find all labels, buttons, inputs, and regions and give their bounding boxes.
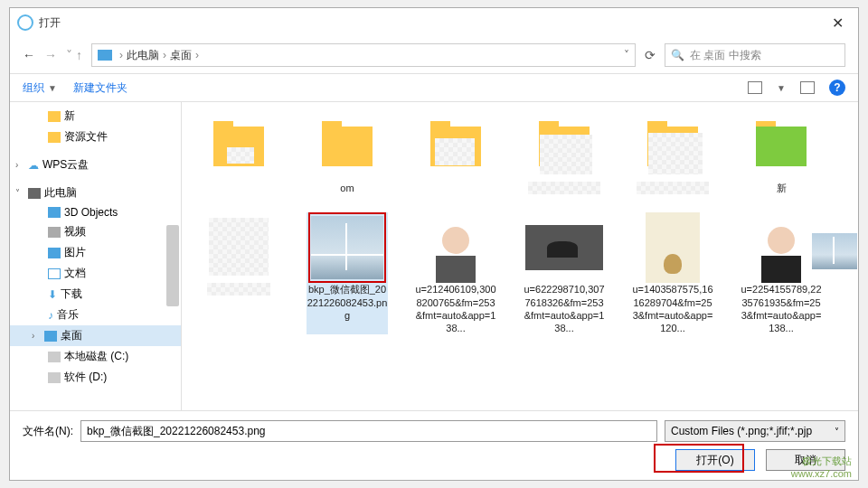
file-item-selected[interactable]: bkp_微信截图_20221226082453.png bbox=[307, 212, 388, 334]
sidebar-item-resources[interactable]: ›资源文件 bbox=[10, 127, 181, 147]
breadcrumb-root[interactable]: 此电脑 bbox=[127, 48, 159, 63]
sidebar-item-pictures[interactable]: ›图片 bbox=[10, 242, 181, 263]
sidebar-item-new[interactable]: ›新 bbox=[10, 106, 181, 127]
image-thumbnail bbox=[525, 225, 603, 270]
back-icon[interactable]: ← bbox=[23, 48, 35, 62]
refresh-icon[interactable]: ⟳ bbox=[645, 48, 656, 62]
dialog-body: ›新 ›资源文件 ›☁WPS云盘 ˅此电脑 ›3D Objects ›视频 ›图… bbox=[10, 102, 858, 410]
video-icon bbox=[48, 227, 61, 238]
floating-preview bbox=[812, 233, 857, 269]
file-item[interactable]: u=2254155789,2235761935&fm=253&fmt=auto&… bbox=[741, 212, 822, 334]
search-placeholder: 在 桌面 中搜索 bbox=[690, 48, 761, 63]
sidebar-item-desktop[interactable]: ›桌面 bbox=[10, 325, 181, 346]
help-icon[interactable]: ? bbox=[829, 80, 845, 96]
toolbar: 组织 ▼ 新建文件夹 ▼ ? bbox=[10, 73, 858, 102]
organize-button[interactable]: 组织 bbox=[23, 80, 44, 96]
chevron-down-icon[interactable]: ▼ bbox=[48, 83, 57, 93]
nav-bar: ← → ˅ ↑ › 此电脑 › 桌面 › ˅ ⟳ 🔍 在 桌面 中搜索 bbox=[10, 37, 858, 73]
breadcrumb-folder[interactable]: 桌面 bbox=[170, 48, 192, 63]
image-thumbnail bbox=[752, 212, 810, 283]
folder-item[interactable] bbox=[524, 111, 605, 194]
music-icon: ♪ bbox=[48, 309, 53, 322]
up-icon[interactable]: ˅ ↑ bbox=[66, 48, 82, 62]
file-item[interactable]: u=212406109,3008200765&fm=253&fmt=auto&a… bbox=[415, 212, 496, 334]
scrollbar[interactable] bbox=[166, 225, 179, 306]
chevron-down-icon: ˅ bbox=[835, 427, 839, 436]
file-pane: om 新 bkp_微信截图_20221226082453.png u=21240… bbox=[182, 102, 858, 410]
filename-label: 文件名(N): bbox=[23, 424, 73, 439]
folder-icon bbox=[48, 132, 61, 143]
cancel-button[interactable]: 取消 bbox=[766, 449, 845, 471]
breadcrumb[interactable]: › 此电脑 › 桌面 › ˅ bbox=[91, 43, 636, 67]
disk-icon bbox=[48, 352, 61, 362]
sidebar-item-this-pc[interactable]: ˅此电脑 bbox=[10, 183, 181, 203]
sidebar-item-disk-c[interactable]: ›本地磁盘 (C:) bbox=[10, 346, 181, 367]
search-icon: 🔍 bbox=[671, 49, 684, 61]
image-thumbnail bbox=[646, 212, 700, 283]
preview-pane-icon[interactable] bbox=[800, 81, 815, 94]
dialog-footer: 文件名(N): Custom Files (*.png;*.jfif;*.pjp… bbox=[10, 410, 858, 480]
chevron-down-icon[interactable]: ▼ bbox=[777, 83, 786, 93]
open-file-dialog: 打开 ✕ ← → ˅ ↑ › 此电脑 › 桌面 › ˅ ⟳ 🔍 在 桌面 中搜索… bbox=[9, 7, 859, 481]
close-icon[interactable]: ✕ bbox=[825, 14, 851, 32]
sidebar-item-downloads[interactable]: ›⬇下载 bbox=[10, 284, 181, 305]
file-item[interactable]: u=622298710,3077618326&fm=253&fmt=auto&a… bbox=[524, 212, 605, 334]
open-button[interactable]: 打开(O) bbox=[675, 449, 755, 471]
image-thumbnail bbox=[311, 216, 383, 279]
filetype-select[interactable]: Custom Files (*.png;*.jfif;*.pjp ˅ bbox=[665, 420, 845, 442]
sidebar-item-3d-objects[interactable]: ›3D Objects bbox=[10, 203, 181, 221]
sidebar-item-disk-d[interactable]: ›软件 (D:) bbox=[10, 367, 181, 388]
sidebar-item-wps-cloud[interactable]: ›☁WPS云盘 bbox=[10, 155, 181, 175]
new-folder-button[interactable]: 新建文件夹 bbox=[73, 80, 127, 96]
sidebar-item-music[interactable]: ›♪音乐 bbox=[10, 305, 181, 325]
pc-icon bbox=[28, 188, 41, 199]
forward-icon[interactable]: → bbox=[44, 48, 57, 62]
view-mode-icon[interactable] bbox=[748, 81, 762, 94]
sidebar: ›新 ›资源文件 ›☁WPS云盘 ˅此电脑 ›3D Objects ›视频 ›图… bbox=[10, 102, 182, 410]
folder-item[interactable] bbox=[198, 111, 279, 194]
search-input[interactable]: 🔍 在 桌面 中搜索 bbox=[665, 43, 845, 67]
sidebar-item-documents[interactable]: ›文档 bbox=[10, 263, 181, 284]
filename-input[interactable] bbox=[80, 420, 657, 442]
location-icon bbox=[98, 50, 112, 61]
folder-item[interactable]: 新 bbox=[741, 111, 822, 194]
app-icon bbox=[17, 14, 33, 31]
file-item[interactable] bbox=[198, 212, 279, 334]
download-icon: ⬇ bbox=[48, 288, 57, 301]
sidebar-item-videos[interactable]: ›视频 bbox=[10, 221, 181, 242]
folder-item[interactable] bbox=[632, 111, 713, 194]
file-item[interactable]: u=1403587575,1616289704&fm=253&fmt=auto&… bbox=[632, 212, 713, 334]
cloud-icon: ☁ bbox=[28, 159, 39, 172]
picture-icon bbox=[48, 248, 61, 258]
folder-item[interactable]: om bbox=[307, 111, 388, 194]
folder-icon bbox=[48, 111, 61, 122]
disk-icon bbox=[48, 372, 61, 383]
chevron-down-icon[interactable]: ˅ bbox=[624, 49, 629, 61]
titlebar: 打开 ✕ bbox=[10, 8, 858, 37]
dialog-title: 打开 bbox=[39, 15, 61, 31]
document-icon bbox=[48, 268, 61, 279]
folder-item[interactable] bbox=[415, 111, 496, 194]
image-thumbnail bbox=[427, 212, 485, 283]
desktop-icon bbox=[44, 331, 57, 342]
3d-objects-icon bbox=[48, 207, 61, 218]
